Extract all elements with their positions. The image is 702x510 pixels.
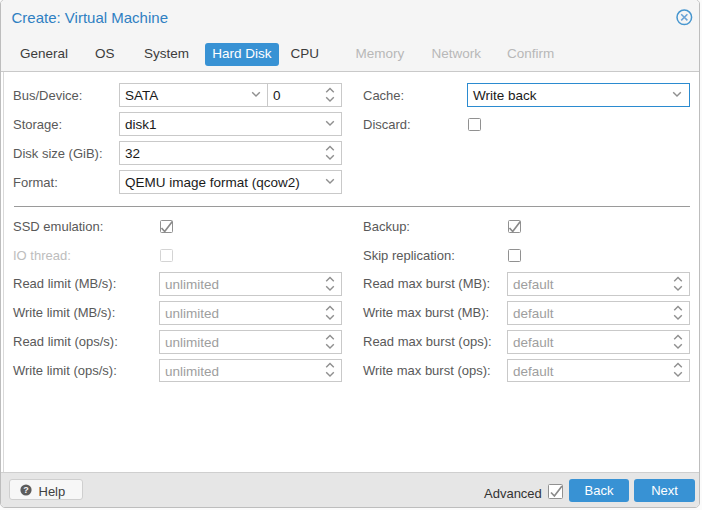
- svg-text:?: ?: [23, 485, 29, 495]
